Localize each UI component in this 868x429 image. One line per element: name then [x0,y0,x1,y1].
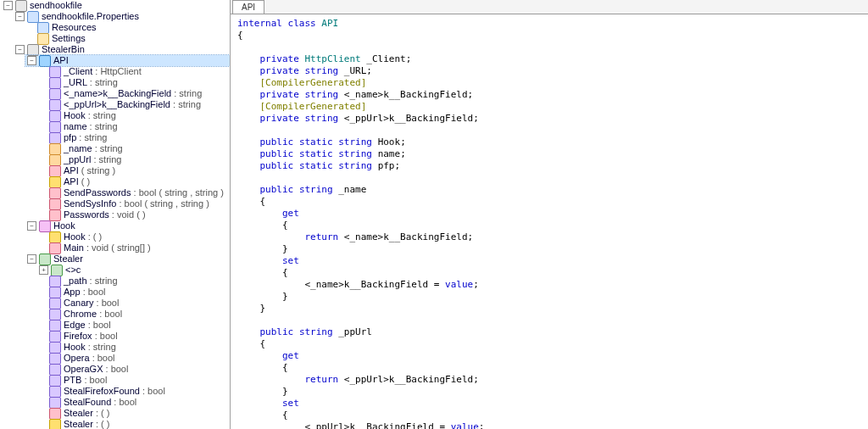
tree-label: API ( ) [64,176,90,187]
method-icon [49,408,61,420]
tree-member[interactable]: <_ppUrl>k__BackingField : string [37,99,230,110]
tree-member[interactable]: _URL : string [37,77,230,88]
shield-icon [27,11,39,23]
tree-member[interactable]: Stealer : ( ) [37,408,230,419]
tree-member[interactable]: OperaGX : bool [37,364,230,375]
field-icon [49,276,61,287]
method-icon [49,209,61,221]
tab-api[interactable]: API [232,0,264,14]
field-icon [49,110,61,122]
field-icon [49,342,61,354]
field-icon [49,397,61,409]
field-icon [49,331,61,343]
field-icon [49,132,61,144]
tree-member[interactable]: API ( ) [37,176,230,187]
tree-label: SendSysInfo : bool ( string , string ) [64,198,209,209]
tree-label: StealerBin [42,44,85,55]
tree-member[interactable]: Opera : bool [37,353,230,364]
tree-label: Opera : bool [64,353,115,364]
expander-icon[interactable]: + [39,265,48,275]
expander-icon[interactable]: − [27,221,36,231]
tree-resources[interactable]: Resources [25,22,230,33]
field-icon [49,364,61,376]
tree-anon-class[interactable]: + <>c [37,265,230,276]
tree-properties[interactable]: − sendhookfile.Properties [14,11,230,22]
method-icon [49,242,61,254]
tree-member[interactable]: name : string [37,121,230,132]
assembly-tree[interactable]: − sendhookfile − sendhookfile.Properties [0,0,231,429]
tree-member[interactable]: SendPasswords : bool ( string , string ) [37,187,230,198]
tree-member[interactable]: _path : string [37,276,230,287]
tree-member[interactable]: Hook : string [37,342,230,353]
tree-class-stealer[interactable]: − Stealer [25,254,230,265]
tree-member[interactable]: StealFound : bool [37,397,230,408]
tree-label: _Client : HttpClient [64,66,142,77]
tree-label: _path : string [64,276,118,287]
tree-label: Main : void ( string[] ) [64,242,151,254]
property-icon [49,143,61,155]
tree-label: Firefox : bool [64,331,118,342]
tree-label: Resources [52,22,97,33]
code-view[interactable]: internal class API { private HttpClient … [231,14,868,429]
tree-label: _name : string [64,143,123,154]
tree-label: _ppUrl : string [64,154,121,165]
tree-member[interactable]: API ( string ) [37,165,230,176]
tree-label: Stealer : ( ) [64,419,109,429]
field-icon [49,309,61,320]
namespace-icon [15,0,27,12]
tree-member[interactable]: Edge : bool [37,320,230,331]
tree-member[interactable]: _Client : HttpClient [37,66,230,77]
settings-icon [37,33,49,45]
tree-member[interactable]: App : bool [37,287,230,298]
field-icon [49,66,61,78]
tree-member[interactable]: Chrome : bool [37,309,230,320]
resource-icon [37,22,49,34]
tree-settings[interactable]: Settings [25,33,230,44]
expander-icon[interactable]: − [15,12,25,21]
expander-icon[interactable]: − [27,56,36,65]
class-icon [39,55,51,67]
tree-member[interactable]: pfp : string [37,132,230,143]
tree-member[interactable]: Main : void ( string[] ) [37,242,230,254]
expander-icon[interactable]: − [15,45,25,54]
tree-label: Edge : bool [64,320,111,331]
tree-member[interactable]: _ppUrl : string [37,154,230,165]
tree-member[interactable]: <_name>k__BackingField : string [37,88,230,99]
code-pane: API internal class API { private HttpCli… [231,0,868,429]
field-icon [49,287,61,298]
field-icon [49,99,61,111]
tree-label: Stealer [53,254,83,265]
class-icon [39,220,51,232]
tree-label: Hook : ( ) [64,231,102,242]
field-icon [49,298,61,309]
tree-member[interactable]: Passwords : void ( ) [37,209,230,220]
expander-icon[interactable]: − [3,1,13,10]
field-icon [49,88,61,100]
tree-label: Settings [52,33,86,44]
tree-member[interactable]: PTB : bool [37,375,230,386]
field-icon [49,386,61,398]
tree-member[interactable]: Firefox : bool [37,331,230,342]
tree-label: Hook [53,220,75,231]
tree-member[interactable]: _name : string [37,143,230,154]
tree-member[interactable]: StealFirefoxFound : bool [37,386,230,397]
tree-member[interactable]: Canary : bool [37,298,230,309]
tree-member[interactable]: Hook : ( ) [37,231,230,242]
expander-icon[interactable]: − [27,254,36,264]
tree-label: StealFirefoxFound : bool [64,386,165,397]
tree-member[interactable]: Stealer : ( ) [37,419,230,429]
tree-class-api[interactable]: − API [25,55,230,66]
tree-class-hook[interactable]: − Hook [25,220,230,231]
field-icon [49,77,61,89]
tree-label: Passwords : void ( ) [64,209,146,220]
tree-label: pfp : string [64,132,107,143]
tree-label: name : string [64,121,118,132]
tree-label: sendhookfile [30,0,82,11]
tree-label: App : bool [64,287,106,298]
tree-member[interactable]: SendSysInfo : bool ( string , string ) [37,198,230,209]
tree-root[interactable]: − sendhookfile [2,0,230,11]
tree-member[interactable]: Hook : string [37,110,230,121]
tree-label: Hook : string [64,342,116,353]
tree-label: Stealer : ( ) [64,408,109,419]
tree-stealerbin[interactable]: − StealerBin [14,44,230,55]
